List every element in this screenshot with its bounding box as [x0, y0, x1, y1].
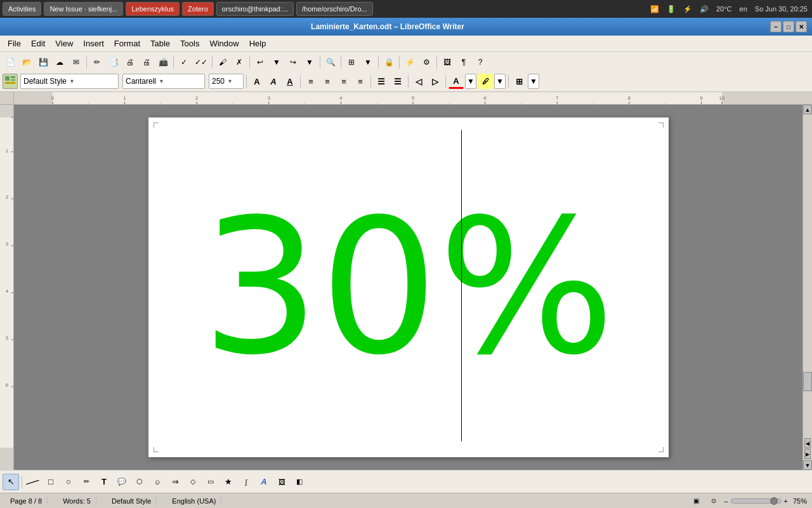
menu-view[interactable]: View	[50, 37, 78, 50]
text-tool-btn[interactable]: T	[96, 474, 112, 490]
menu-format[interactable]: Format	[109, 37, 145, 50]
font-color-btn[interactable]: A	[449, 74, 464, 89]
close-button[interactable]: ✕	[796, 21, 807, 32]
style-status[interactable]: Default Style	[107, 497, 157, 505]
menu-tools[interactable]: Tools	[175, 37, 204, 50]
save-remote-btn[interactable]: ☁	[52, 55, 67, 70]
save-btn[interactable]: 💾	[36, 55, 51, 70]
star-tool-btn[interactable]: ★	[220, 474, 237, 490]
curve-tool-btn[interactable]: ∫	[238, 474, 254, 490]
insert-image-btn[interactable]: 🖼	[440, 55, 455, 70]
font-color-dropdown[interactable]: ▼	[465, 74, 476, 89]
image-tool-btn[interactable]: 🖼	[273, 474, 290, 490]
paragraph-borders-dropdown[interactable]: ▼	[528, 74, 539, 89]
scroll-down-btn[interactable]: ▼	[803, 460, 812, 470]
scroll-up-btn[interactable]: ▲	[803, 105, 812, 114]
menu-edit[interactable]: Edit	[26, 37, 50, 50]
underline-button[interactable]: A	[282, 74, 298, 89]
scroll-thumb[interactable]	[803, 372, 812, 391]
font-size-dropdown[interactable]: 250 ▼	[209, 74, 244, 89]
find-toolbar-btn[interactable]: 🔍	[323, 55, 338, 70]
align-center-btn[interactable]: ≡	[320, 74, 335, 89]
font-name-dropdown[interactable]: Cantarell ▼	[122, 74, 205, 89]
new-doc-btn[interactable]: 📄	[3, 55, 18, 70]
standard-view-btn[interactable]: ▣	[688, 493, 704, 509]
polygon-tool-btn[interactable]: ⬡	[131, 474, 148, 490]
print-btn[interactable]: 🖨	[139, 55, 154, 70]
bold-button[interactable]: A	[249, 74, 265, 89]
menu-window[interactable]: Window	[204, 37, 244, 50]
export-pdf-btn[interactable]: 📑	[106, 55, 121, 70]
unordered-list-btn[interactable]: ☰	[374, 74, 389, 89]
menu-help[interactable]: Help	[244, 37, 272, 50]
smiley-tool-btn[interactable]: ☺	[149, 474, 166, 490]
tab-files[interactable]: /home/orschiro/Dro...	[296, 2, 373, 16]
tab-zotero[interactable]: Zotero	[182, 2, 214, 16]
undo-btn[interactable]: ↩	[252, 55, 268, 70]
spell-check-btn[interactable]: ✓	[176, 55, 192, 70]
zoom-slider[interactable]	[731, 498, 782, 504]
page-content[interactable]: 30%	[174, 143, 643, 432]
edit-mode-btn[interactable]: ✏	[89, 55, 105, 70]
open-btn[interactable]: 📂	[19, 55, 34, 70]
language-status[interactable]: English (USA)	[167, 497, 221, 505]
print-preview-btn[interactable]: 🖨	[122, 55, 138, 70]
minimize-button[interactable]: –	[770, 21, 782, 32]
basic-ide-btn[interactable]: ⚙	[419, 55, 434, 70]
menu-insert[interactable]: Insert	[78, 37, 109, 50]
activities-button[interactable]: Activities	[3, 2, 41, 16]
select-tool-btn[interactable]: ↖	[3, 474, 19, 490]
menu-file[interactable]: File	[3, 37, 26, 50]
increase-indent-btn[interactable]: ▷	[428, 74, 443, 89]
paragraph-borders-btn[interactable]: ⊞	[511, 74, 527, 89]
show-format-marks-btn[interactable]: ¶	[456, 55, 471, 70]
fax-btn[interactable]: 📠	[155, 55, 171, 70]
align-left-btn[interactable]: ≡	[303, 74, 318, 89]
align-right-btn[interactable]: ≡	[336, 74, 351, 89]
ellipse-tool-btn[interactable]: ○	[60, 474, 77, 490]
redo-btn[interactable]: ↪	[285, 55, 301, 70]
prev-page-btn[interactable]: ◀	[804, 438, 811, 448]
highlight-dropdown[interactable]: ▼	[494, 74, 506, 89]
table-btn[interactable]: ⊞	[344, 55, 359, 70]
web-view-btn[interactable]: ⊙	[706, 493, 721, 509]
next-page-btn[interactable]: ▶	[804, 449, 811, 459]
table-arrow-btn[interactable]: ▼	[360, 55, 376, 70]
tab-terminal[interactable]: orschiro@thinkpad:...	[216, 2, 294, 16]
zoom-controls[interactable]: – + 75%	[724, 497, 807, 505]
menu-table[interactable]: Table	[145, 37, 175, 50]
callout2-tool-btn[interactable]: ▭	[202, 474, 219, 490]
clear-format-btn[interactable]: ✗	[232, 55, 247, 70]
zoom-minus-btn[interactable]: –	[724, 497, 728, 505]
undo-arrow-btn[interactable]: ▼	[269, 55, 284, 70]
zoom-level-display[interactable]: 75%	[793, 497, 807, 505]
italic-button[interactable]: A	[266, 74, 281, 89]
page-count-status[interactable]: Page 8 / 8	[5, 497, 48, 505]
decrease-indent-btn[interactable]: ◁	[411, 74, 426, 89]
macro-btn[interactable]: ⚡	[402, 55, 417, 70]
paragraph-style-dropdown[interactable]: Default Style ▼	[20, 74, 119, 89]
document-text[interactable]: 30%	[202, 194, 615, 380]
clone-format-btn[interactable]: 🖌	[215, 55, 230, 70]
auto-spellcheck-btn[interactable]: ✓✓	[193, 55, 209, 70]
word-count-status[interactable]: Words: 5	[58, 497, 96, 505]
redo-arrow-btn[interactable]: ▼	[302, 55, 317, 70]
align-justify-btn[interactable]: ≡	[353, 74, 368, 89]
document-area[interactable]: 30%	[14, 105, 802, 470]
rect-tool-btn[interactable]: □	[43, 474, 59, 490]
zoom-plus-btn[interactable]: +	[784, 497, 788, 505]
tab-issue[interactable]: New Issue · siefkenj...	[44, 2, 123, 16]
help-btn[interactable]: ?	[473, 55, 488, 70]
protect-doc-btn[interactable]: 🔒	[381, 55, 396, 70]
line-tool-btn[interactable]: ╱	[22, 470, 45, 493]
vertical-scrollbar[interactable]: ▲ ◀ ▶ ▼	[802, 105, 812, 470]
callout-tool-btn[interactable]: 💬	[114, 474, 130, 490]
shadow-tool-btn[interactable]: ◧	[291, 474, 308, 490]
maximize-button[interactable]: □	[783, 21, 794, 32]
flowchart-tool-btn[interactable]: ◇	[185, 474, 201, 490]
email-btn[interactable]: ✉	[69, 55, 84, 70]
highlight-btn[interactable]: 🖊	[478, 74, 493, 89]
ordered-list-btn[interactable]: ☰	[390, 74, 405, 89]
fontwork-tool-btn[interactable]: A	[256, 474, 272, 490]
arrow-tool-btn[interactable]: ⇒	[167, 474, 183, 490]
